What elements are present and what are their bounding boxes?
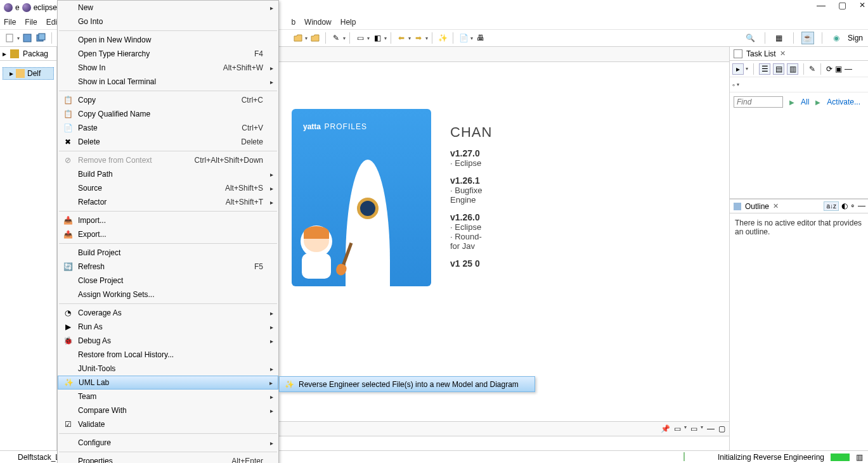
doc-icon[interactable]: 📄 (457, 32, 470, 44)
menu-item-paste[interactable]: 📄PasteCtrl+V (58, 121, 278, 135)
minimize-button[interactable]: — (817, 0, 826, 10)
menu-item-copy-qualified-name[interactable]: 📋Copy Qualified Name (58, 107, 278, 121)
close-tab-icon[interactable]: ✕ (773, 202, 779, 210)
menu-help[interactable]: Help (340, 18, 356, 27)
package-explorer-panel: ▸ Packag ▸ Delf (0, 47, 57, 450)
tool-icon[interactable]: ✎ (330, 32, 342, 44)
task-flat-icon[interactable]: ▤ (773, 63, 784, 75)
menu-item-assign-working-sets-[interactable]: Assign Working Sets... (58, 288, 278, 301)
open-console-icon[interactable]: ▭ (674, 424, 681, 433)
dropdown-icon[interactable]: ▾ (470, 35, 473, 41)
menu-item-refactor[interactable]: RefactorAlt+Shift+T▸ (58, 195, 278, 209)
task-tool-icon[interactable]: ✎ (809, 65, 815, 73)
progress-icon[interactable]: ▥ (856, 453, 863, 462)
dropdown-icon[interactable]: ▾ (367, 35, 370, 41)
menu-item-delete[interactable]: ✖DeleteDelete (58, 135, 278, 149)
task-collapse-icon[interactable]: ▣ (835, 65, 842, 73)
tree-item[interactable]: ▸ Delf (3, 67, 54, 80)
menu-item-junit-tools[interactable]: JUnit-Tools▸ (58, 362, 278, 376)
dropdown-icon[interactable]: ▾ (425, 35, 428, 41)
activate-link[interactable]: Activate... (827, 98, 860, 106)
close-window-button[interactable]: ✕ (859, 1, 865, 10)
tasklist-tab[interactable]: Task List (746, 49, 776, 58)
menu-item-open-type-hierarchy[interactable]: Open Type HierarchyF4 (58, 47, 278, 61)
pin-icon[interactable]: 📌 (661, 424, 670, 433)
menu-window[interactable]: Window (304, 18, 332, 27)
open-icon[interactable] (292, 32, 304, 44)
account-icon[interactable]: ◉ (830, 32, 843, 44)
java-perspective-icon[interactable]: ☕ (801, 32, 814, 44)
dropdown-icon[interactable]: ▾ (343, 35, 346, 41)
svg-rect-3 (39, 34, 45, 40)
dropdown-icon[interactable]: ▾ (17, 35, 20, 41)
minimize-icon[interactable]: — (858, 201, 865, 211)
folder-icon[interactable] (309, 32, 321, 44)
profiles-card[interactable]: yatta PROFILES (292, 109, 431, 286)
print-icon[interactable]: 🖶 (474, 32, 487, 44)
submenu-item[interactable]: ✨ Reverse Engineer selected File(s) into… (279, 376, 535, 392)
dropdown-icon[interactable]: ▾ (408, 35, 411, 41)
maximize-button[interactable]: ▢ (838, 0, 846, 10)
save-all-icon[interactable] (35, 32, 48, 44)
menu-file[interactable]: File (25, 18, 37, 27)
tool-icon[interactable]: ▭ (690, 424, 697, 433)
menu-item-configure[interactable]: Configure▸ (58, 436, 278, 450)
menu-item-open-in-new-window[interactable]: Open in New Window (58, 33, 278, 47)
dropdown-icon[interactable]: ▾ (305, 35, 308, 41)
toggle-icon[interactable]: ◧ (371, 32, 384, 44)
menu-item-import-[interactable]: 📥Import... (58, 213, 278, 227)
menu-item-compare-with[interactable]: Compare With▸ (58, 403, 278, 417)
outline-tab[interactable]: Outline (745, 202, 769, 211)
sort-icon[interactable]: a↓z (824, 201, 839, 211)
menu-item-debug-as[interactable]: 🐞Debug As▸ (58, 334, 278, 348)
menu-item-copy[interactable]: 📋CopyCtrl+C (58, 93, 278, 107)
menu-item-build-path[interactable]: Build Path▸ (58, 167, 278, 181)
menu-item-export-[interactable]: 📤Export... (58, 227, 278, 241)
menu-item-restore-from-local-history-[interactable]: Restore from Local History... (58, 348, 278, 362)
menu-item-validate[interactable]: ☑Validate (58, 417, 278, 431)
filter-icon[interactable]: ▸ (3, 49, 6, 58)
menu-item-show-in-local-terminal[interactable]: Show in Local Terminal▸ (58, 75, 278, 89)
menu-item-uml-lab[interactable]: ✨UML Lab▸ (58, 376, 278, 390)
minimize-icon[interactable]: — (707, 424, 715, 433)
dropdown-icon[interactable]: ▾ (384, 35, 387, 41)
menu-item-properties[interactable]: PropertiesAlt+Enter (58, 454, 278, 463)
menu-item-source[interactable]: SourceAlt+Shift+S▸ (58, 181, 278, 195)
menu-item-remove-from-context[interactable]: ⊘Remove from ContextCtrl+Alt+Shift+Down (58, 153, 278, 167)
toggle-icon[interactable]: ∘ (850, 201, 855, 211)
menu-item-run-as[interactable]: ▶Run As▸ (58, 320, 278, 334)
box-icon[interactable]: ▭ (354, 32, 366, 44)
task-tree-icon[interactable]: ☰ (759, 63, 770, 75)
menu-file[interactable]: File (4, 18, 16, 27)
find-input[interactable] (734, 96, 783, 108)
expander-icon[interactable]: ▸ (10, 69, 13, 78)
new-icon[interactable] (4, 32, 16, 44)
menu-item-go-into[interactable]: Go Into (58, 15, 278, 29)
back-icon[interactable]: ⬅ (395, 32, 408, 44)
perspective-icon[interactable]: ▦ (773, 32, 786, 44)
menu-item-refresh[interactable]: 🔄RefreshF5 (58, 260, 278, 274)
sign-label[interactable]: Sign (848, 34, 863, 42)
forward-icon[interactable]: ➡ (412, 32, 425, 44)
menu-item-show-in[interactable]: Show InAlt+Shift+W▸ (58, 61, 278, 75)
wand-icon[interactable]: ✨ (436, 32, 449, 44)
all-link[interactable]: All (801, 98, 809, 106)
task-new-icon[interactable]: ▸ (732, 63, 744, 75)
close-tab-icon[interactable]: ✕ (780, 49, 786, 58)
task-category-icon[interactable]: ▥ (787, 63, 798, 75)
menu-item-team[interactable]: Team▸ (58, 390, 278, 403)
menu-item-close-project[interactable]: Close Project (58, 274, 278, 288)
menu-item-new[interactable]: New▸ (58, 1, 278, 15)
menu-partial[interactable]: b (291, 18, 295, 27)
package-explorer-tab[interactable]: Packag (23, 49, 48, 58)
maximize-icon[interactable]: ▢ (718, 424, 725, 433)
shortcut-label: Ctrl+C (242, 96, 263, 105)
save-icon[interactable] (21, 32, 34, 44)
minimize-icon[interactable]: — (845, 65, 852, 73)
task-menu-icon[interactable]: ◦ (732, 80, 735, 89)
task-sync-icon[interactable]: ⟳ (826, 65, 832, 73)
menu-item-coverage-as[interactable]: ◔Coverage As▸ (58, 306, 278, 320)
toggle-icon[interactable]: ◐ (841, 201, 848, 211)
menu-item-build-project[interactable]: Build Project (58, 246, 278, 260)
search-icon[interactable]: 🔍 (744, 32, 757, 44)
